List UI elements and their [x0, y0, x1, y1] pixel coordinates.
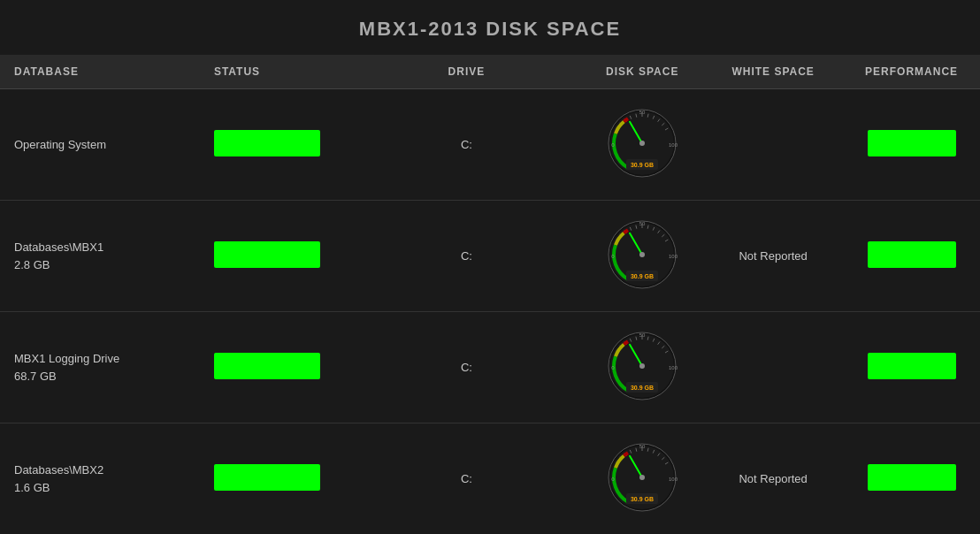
- svg-text:100: 100: [669, 477, 678, 482]
- svg-text:50: 50: [639, 221, 646, 226]
- table-row: Databases\MBX21.6 GBC: 30.9 GB 0 50 100 …: [0, 423, 980, 535]
- disk-gauge: 30.9 GB 0 50 100: [602, 438, 682, 517]
- drive-label: C:: [461, 249, 472, 263]
- drive-label: C:: [461, 138, 472, 151]
- drive-cell: C:: [352, 89, 582, 201]
- disk-gauge: 30.9 GB 0 50 100: [602, 215, 682, 294]
- status-cell: [200, 423, 352, 535]
- svg-text:100: 100: [669, 365, 678, 370]
- performance-green-indicator: [868, 353, 956, 379]
- disk-gauge: 30.9 GB 0 50 100: [602, 326, 682, 406]
- status-green-indicator: [214, 130, 320, 156]
- performance-cell: [843, 423, 980, 535]
- svg-point-14: [639, 141, 645, 146]
- table-row: Operating SystemC: 30.9 GB 0 50 100: [0, 89, 980, 201]
- white-space-cell: [703, 312, 843, 423]
- db-name: Databases\MBX12.8 GB: [14, 239, 186, 273]
- performance-cell: [843, 201, 980, 312]
- disk-space-cell: 30.9 GB 0 50 100: [581, 423, 703, 535]
- not-reported-label: Not Reported: [739, 472, 807, 485]
- svg-point-54: [639, 363, 645, 369]
- disk-gauge: 30.9 GB 0 50 100: [602, 103, 682, 183]
- table-row: MBX1 Logging Drive68.7 GBC: 30.9 GB 0 50…: [0, 312, 980, 423]
- svg-point-74: [639, 475, 645, 480]
- performance-green-indicator: [868, 130, 956, 156]
- svg-text:50: 50: [639, 110, 646, 115]
- db-name: MBX1 Logging Drive68.7 GB: [14, 350, 186, 385]
- svg-text:100: 100: [669, 254, 678, 259]
- drive-cell: C:: [352, 201, 582, 312]
- performance-cell: [843, 312, 980, 423]
- db-name-cell: Databases\MBX12.8 GB: [0, 201, 200, 312]
- performance-cell: [843, 89, 980, 201]
- db-name: Operating System: [14, 136, 186, 154]
- col-header-performance: PERFORMANCE: [843, 55, 980, 89]
- page-title: MBX1-2013 DISK SPACE: [0, 0, 980, 55]
- drive-label: C:: [461, 472, 472, 485]
- db-name-cell: Operating System: [0, 89, 200, 201]
- table-row: Databases\MBX12.8 GBC: 30.9 GB 0 50 100 …: [0, 201, 980, 312]
- db-name: Databases\MBX21.6 GB: [14, 462, 186, 496]
- status-cell: [200, 89, 352, 201]
- svg-point-34: [639, 252, 645, 257]
- disk-space-cell: 30.9 GB 0 50 100: [581, 89, 703, 201]
- status-cell: [200, 201, 352, 312]
- col-header-diskspace: DISK SPACE: [581, 55, 703, 89]
- white-space-cell: [703, 89, 843, 201]
- svg-text:50: 50: [639, 332, 646, 338]
- svg-text:30.9 GB: 30.9 GB: [631, 496, 654, 502]
- svg-text:50: 50: [639, 444, 646, 449]
- db-name-cell: Databases\MBX21.6 GB: [0, 423, 200, 535]
- status-green-indicator: [214, 353, 320, 379]
- drive-cell: C:: [352, 423, 582, 535]
- white-space-cell: Not Reported: [703, 423, 843, 535]
- col-header-whitespace: WHITE SPACE: [703, 55, 843, 89]
- svg-text:100: 100: [669, 142, 678, 148]
- svg-text:30.9 GB: 30.9 GB: [631, 273, 654, 279]
- svg-text:30.9 GB: 30.9 GB: [631, 162, 654, 168]
- white-space-cell: Not Reported: [703, 201, 843, 312]
- performance-green-indicator: [868, 241, 956, 268]
- disk-space-cell: 30.9 GB 0 50 100: [581, 201, 703, 312]
- svg-text:30.9 GB: 30.9 GB: [631, 385, 654, 391]
- status-cell: [200, 312, 352, 423]
- status-green-indicator: [214, 241, 320, 268]
- status-green-indicator: [214, 464, 320, 491]
- db-name-cell: MBX1 Logging Drive68.7 GB: [0, 312, 200, 423]
- drive-label: C:: [461, 361, 472, 374]
- performance-green-indicator: [868, 464, 956, 491]
- col-header-status: STATUS: [200, 55, 352, 89]
- drive-cell: C:: [352, 312, 582, 423]
- col-header-database: DATABASE: [0, 55, 200, 89]
- not-reported-label: Not Reported: [739, 249, 807, 263]
- disk-space-cell: 30.9 GB 0 50 100: [581, 312, 703, 423]
- col-header-drive: DRIVE: [352, 55, 582, 89]
- disk-space-table: DATABASE STATUS DRIVE DISK SPACE WHITE S…: [0, 55, 980, 534]
